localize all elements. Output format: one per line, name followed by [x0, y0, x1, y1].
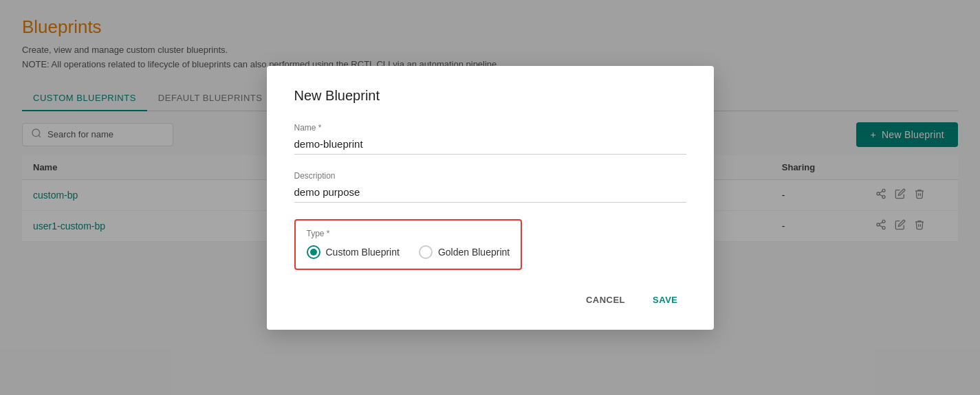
type-section: Type * Custom Blueprint Golden Blueprint — [294, 219, 523, 270]
modal-title: New Blueprint — [294, 88, 686, 104]
radio-golden-label: Golden Blueprint — [438, 247, 510, 258]
description-field-input[interactable] — [294, 183, 686, 203]
new-blueprint-modal: New Blueprint Name * Description Type * … — [267, 66, 714, 330]
radio-custom-circle — [307, 245, 320, 259]
type-radio-group: Custom Blueprint Golden Blueprint — [307, 245, 510, 259]
modal-overlay: New Blueprint Name * Description Type * … — [0, 0, 980, 395]
radio-custom-blueprint[interactable]: Custom Blueprint — [307, 245, 400, 259]
radio-golden-circle — [419, 245, 433, 259]
radio-golden-blueprint[interactable]: Golden Blueprint — [419, 245, 510, 259]
name-field-input[interactable] — [294, 135, 686, 155]
modal-actions: CANCEL SAVE — [294, 289, 686, 311]
description-field-label: Description — [294, 171, 686, 181]
save-button[interactable]: SAVE — [644, 289, 686, 311]
name-field-group: Name * — [294, 123, 686, 155]
description-field-group: Description — [294, 171, 686, 203]
cancel-button[interactable]: CANCEL — [578, 289, 633, 311]
type-field-label: Type * — [307, 229, 510, 238]
radio-custom-label: Custom Blueprint — [326, 247, 400, 258]
name-field-label: Name * — [294, 123, 686, 133]
